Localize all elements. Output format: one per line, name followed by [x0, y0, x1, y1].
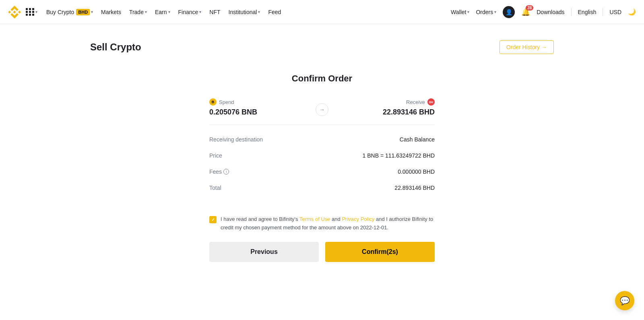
fees-label: Fees i — [209, 168, 229, 175]
action-buttons: Previous Confirm(2s) — [209, 242, 435, 262]
spend-receive-row: B Spend 0.205076 BNB → Receive BH 22.893… — [209, 98, 435, 116]
page-content: Sell Crypto Order History → Confirm Orde… — [80, 24, 564, 278]
user-avatar[interactable]: 👤 — [503, 6, 515, 18]
receive-label: Receive — [406, 99, 425, 105]
receive-label-row: Receive BH — [333, 98, 435, 106]
currency-button[interactable]: USD — [609, 9, 621, 15]
spend-label-row: B Spend — [209, 98, 311, 106]
wallet-button[interactable]: Wallet ▾ — [451, 9, 469, 15]
navbar-right: Wallet ▾ Orders ▾ 👤 🔔 28 Downloads Engli… — [451, 6, 636, 18]
grid-menu-button[interactable]: ▾ — [23, 6, 40, 17]
confirm-order-title: Confirm Order — [209, 73, 435, 84]
agreement-checkbox[interactable] — [209, 216, 217, 223]
price-row: Price 1 BNB = 111.63249722 BHD — [209, 148, 435, 164]
orders-button[interactable]: Orders ▾ — [476, 9, 496, 15]
earn-chevron-icon: ▾ — [168, 10, 170, 14]
nav-item-trade[interactable]: Trade ▾ — [126, 7, 150, 17]
wallet-chevron-icon: ▾ — [467, 10, 469, 14]
nav-label-trade: Trade — [129, 9, 144, 15]
total-label: Total — [209, 185, 221, 191]
spend-label: Spend — [219, 99, 234, 105]
receive-column: Receive BH 22.893146 BHD — [333, 98, 435, 116]
price-value: 1 BNB = 111.63249722 BHD — [363, 152, 435, 159]
finance-chevron-icon: ▾ — [199, 10, 201, 14]
receiving-destination-row: Receiving destination Cash Balance — [209, 131, 435, 148]
trade-chevron-icon: ▾ — [145, 10, 147, 14]
dark-mode-toggle[interactable]: 🌙 — [628, 8, 636, 16]
agree-text-before: I have read and agree to Bifinity's — [221, 216, 299, 222]
orders-chevron-icon: ▾ — [494, 10, 496, 14]
nav-item-earn[interactable]: Earn ▾ — [152, 7, 173, 17]
page-header: Sell Crypto Order History → — [90, 40, 554, 54]
orders-label: Orders — [476, 9, 493, 15]
agree-text-between: and — [330, 216, 342, 222]
nav-item-finance[interactable]: Finance ▾ — [175, 7, 205, 17]
user-icon: 👤 — [506, 9, 512, 15]
wallet-label: Wallet — [451, 9, 466, 15]
nav-label-finance: Finance — [178, 9, 198, 15]
nav-item-feed[interactable]: Feed — [265, 7, 284, 17]
previous-button[interactable]: Previous — [209, 242, 319, 262]
binance-logo[interactable] — [8, 6, 21, 19]
currency-label: USD — [609, 9, 621, 15]
nav-label-buy-crypto: Buy Crypto — [46, 9, 74, 15]
terms-of-use-link[interactable]: Terms of Use — [299, 216, 330, 222]
fees-row: Fees i 0.000000 BHD — [209, 164, 435, 180]
nav-badge-bhd: BHD — [76, 9, 90, 15]
nav-label-feed: Feed — [268, 9, 281, 15]
language-button[interactable]: English — [578, 9, 597, 15]
nav-item-buy-crypto[interactable]: Buy Crypto BHD ▾ — [43, 7, 96, 17]
nav-label-earn: Earn — [155, 9, 167, 15]
nav-label-institutional: Institutional — [229, 9, 257, 15]
nav-item-nft[interactable]: NFT — [206, 7, 223, 17]
confirm-order-card: Confirm Order B Spend 0.205076 BNB → Rec… — [209, 73, 435, 262]
notification-badge: 28 — [526, 5, 533, 10]
nav-item-institutional[interactable]: Institutional ▾ — [225, 7, 264, 17]
nav-label-nft: NFT — [209, 9, 220, 15]
nav-items: Buy Crypto BHD ▾ Markets Trade ▾ Earn ▾ … — [43, 7, 284, 17]
nav-divider-2 — [603, 8, 603, 16]
institutional-chevron-icon: ▾ — [258, 10, 260, 14]
nav-item-markets[interactable]: Markets — [98, 7, 124, 17]
language-label: English — [578, 9, 597, 15]
downloads-button[interactable]: Downloads — [537, 9, 564, 15]
navbar-left: ▾ — [8, 6, 40, 19]
notifications-button[interactable]: 🔔 28 — [521, 8, 530, 17]
receiving-destination-label: Receiving destination — [209, 136, 263, 143]
buy-crypto-chevron-icon: ▾ — [91, 10, 93, 14]
fees-value: 0.000000 BHD — [398, 168, 435, 175]
total-row: Total 22.893146 BHD — [209, 180, 435, 196]
receiving-destination-value: Cash Balance — [400, 136, 435, 143]
section-divider — [209, 125, 435, 125]
navbar: ▾ Buy Crypto BHD ▾ Markets Trade ▾ Earn … — [0, 0, 644, 24]
grid-chevron-icon: ▾ — [35, 10, 37, 14]
agreement-text: I have read and agree to Bifinity's Term… — [221, 215, 435, 232]
price-label: Price — [209, 152, 222, 159]
bhd-coin-icon: BH — [427, 98, 435, 106]
spend-amount: 0.205076 BNB — [209, 108, 311, 116]
confirm-button[interactable]: Confirm(2s) — [325, 242, 435, 262]
page-title: Sell Crypto — [90, 42, 141, 53]
bnb-coin-icon: B — [209, 98, 217, 106]
downloads-label: Downloads — [537, 9, 564, 15]
total-value: 22.893146 BHD — [394, 185, 435, 191]
grid-icon — [26, 8, 35, 16]
order-history-button[interactable]: Order History → — [500, 40, 554, 54]
receive-amount: 22.893146 BHD — [333, 108, 435, 116]
order-history-label: Order History → — [506, 44, 547, 50]
privacy-policy-link[interactable]: Privacy Policy — [342, 216, 374, 222]
nav-label-markets: Markets — [101, 9, 121, 15]
spend-column: B Spend 0.205076 BNB — [209, 98, 311, 116]
nav-divider — [571, 8, 572, 16]
agreement-section: I have read and agree to Bifinity's Term… — [209, 215, 435, 232]
fees-info-icon[interactable]: i — [223, 169, 229, 175]
swap-arrow-icon: → — [316, 103, 328, 116]
